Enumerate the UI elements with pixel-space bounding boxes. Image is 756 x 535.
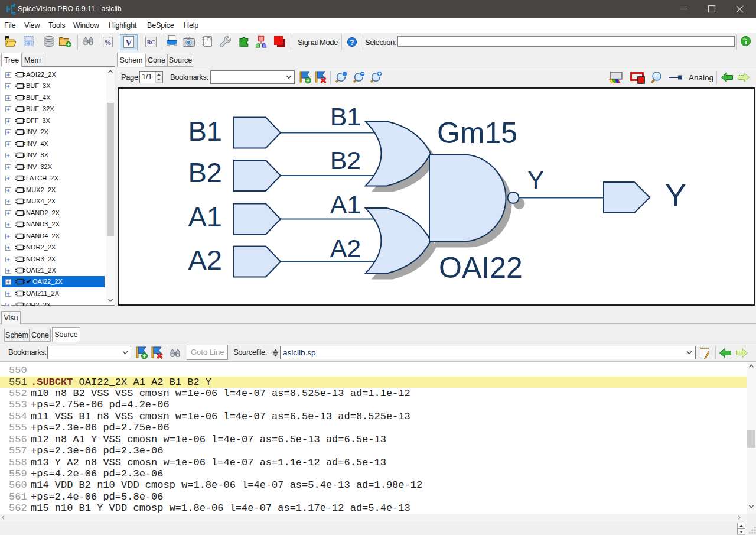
svg-text:A1: A1 xyxy=(188,201,223,232)
svg-text:Analog: Analog xyxy=(689,73,713,82)
svg-text:%: % xyxy=(105,38,112,47)
svg-text:Y: Y xyxy=(665,177,686,213)
svg-text:B1: B1 xyxy=(330,102,361,131)
svg-text:V: V xyxy=(126,38,132,47)
svg-text:Y: Y xyxy=(527,166,544,194)
svg-text:?: ? xyxy=(350,38,354,47)
svg-text:B2: B2 xyxy=(188,157,223,188)
svg-text:A2: A2 xyxy=(188,244,223,275)
svg-text:Gm15: Gm15 xyxy=(437,116,517,150)
svg-text:OAI22: OAI22 xyxy=(439,251,523,284)
svg-text:B2: B2 xyxy=(330,146,361,174)
svg-text:A2: A2 xyxy=(330,234,361,262)
svg-text:B1: B1 xyxy=(188,115,223,147)
svg-text:A1: A1 xyxy=(330,190,361,219)
svg-text:RC: RC xyxy=(147,40,155,46)
svg-text:i: i xyxy=(745,37,747,46)
